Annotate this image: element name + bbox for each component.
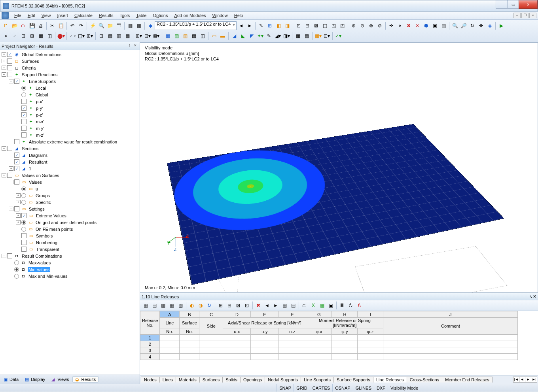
menu-options[interactable]: Options: [150, 12, 171, 19]
tabs-next-icon[interactable]: ►: [525, 377, 531, 383]
tool-n-icon[interactable]: ⊘: [375, 21, 384, 30]
tp-export-icon[interactable]: ▦: [318, 301, 326, 310]
tp-m-icon[interactable]: ◄: [263, 301, 271, 310]
grid-icon[interactable]: ▦: [134, 21, 143, 30]
tp-p-icon[interactable]: ▤: [289, 301, 297, 310]
folder-icon[interactable]: 📁: [106, 21, 114, 30]
tp-calc-icon[interactable]: 🖩: [338, 301, 347, 310]
tab-nodal-supports[interactable]: Nodal Supports: [265, 377, 301, 383]
select-icon[interactable]: ✖: [404, 21, 413, 30]
status-osnap[interactable]: OSNAP: [332, 384, 353, 392]
tree-u[interactable]: u: [35, 187, 39, 191]
tb2-o-icon[interactable]: ⊞▾: [134, 32, 143, 40]
minimize-button[interactable]: —: [496, 0, 508, 9]
tb2-ee-icon[interactable]: ◨▾: [282, 32, 291, 40]
pan-icon[interactable]: ✥: [477, 21, 485, 30]
tb2-ff-icon[interactable]: ▦: [294, 32, 302, 40]
tb2-f-icon[interactable]: ◫: [45, 32, 54, 40]
tab-openings[interactable]: Openings: [240, 377, 265, 383]
col-E[interactable]: E: [251, 311, 278, 318]
tp-excel-icon[interactable]: X: [309, 301, 318, 310]
window-icon[interactable]: 🗔: [114, 21, 123, 30]
tree-global-deformations[interactable]: Global Deformations: [21, 52, 62, 57]
tb2-y-icon[interactable]: ◢: [230, 32, 239, 40]
pin-icon[interactable]: ⤹: [127, 43, 133, 49]
tb2-j-icon[interactable]: ⊞▾: [85, 32, 94, 40]
tp-q-icon[interactable]: 🗀: [300, 301, 309, 310]
tree-min-values[interactable]: Min-values: [28, 267, 50, 272]
tree-diagrams[interactable]: Diagrams: [28, 153, 48, 158]
tree-support-reactions[interactable]: Support Reactions: [21, 72, 59, 77]
tb2-jj-icon[interactable]: ✓▾: [334, 32, 343, 40]
tool-d-icon[interactable]: ◨: [283, 21, 292, 30]
col-F[interactable]: F: [278, 311, 306, 318]
tool-h-icon[interactable]: ◫: [320, 21, 329, 30]
tb2-c-icon[interactable]: ⊡: [19, 32, 28, 40]
tab-line-supports[interactable]: Line Supports: [301, 377, 334, 383]
tb2-gg-icon[interactable]: ▤: [302, 32, 311, 40]
tab-line-releases[interactable]: Line Releases: [373, 377, 407, 383]
tree-local[interactable]: Local: [35, 86, 47, 90]
3d-viewport[interactable]: Visibility mode Global Deformations u [m…: [140, 42, 538, 293]
redo-icon[interactable]: ↷: [77, 21, 85, 30]
col-H[interactable]: H: [332, 311, 358, 318]
tb2-t-icon[interactable]: ▧: [181, 32, 189, 40]
undo-icon[interactable]: ↶: [68, 21, 77, 30]
tp-g-icon[interactable]: ↻: [205, 301, 214, 310]
tb2-g-icon[interactable]: ⬤▾: [57, 32, 65, 40]
tp-i-icon[interactable]: ⊟: [225, 301, 234, 310]
tb2-dd-icon[interactable]: ◢▾: [273, 32, 282, 40]
tp-l-icon[interactable]: ✖: [254, 301, 263, 310]
table-pin-icon[interactable]: ⤹: [529, 294, 533, 299]
tree-on-grid[interactable]: On grid and user-defined points: [35, 220, 97, 225]
tree-specific[interactable]: Specific: [35, 200, 52, 205]
tree-max-min[interactable]: Max and Min-values: [28, 274, 68, 279]
col-B[interactable]: B: [180, 311, 199, 318]
tree-extreme-values[interactable]: Extreme Values: [35, 213, 67, 218]
tb2-s-icon[interactable]: ▨: [172, 32, 181, 40]
tool-f-icon[interactable]: ⊟: [303, 21, 312, 30]
tp-fx2-icon[interactable]: fₓ: [355, 301, 364, 310]
tree-my[interactable]: m-y': [35, 126, 45, 131]
new-icon[interactable]: 🗋: [2, 21, 10, 30]
menu-help[interactable]: Help: [231, 12, 246, 19]
col-release[interactable]: ReleaseNo.: [140, 311, 160, 335]
tab-nodes[interactable]: Nodes: [141, 377, 160, 383]
zoom-in-icon[interactable]: 🔎: [459, 21, 468, 30]
tool-i-icon[interactable]: ◳: [329, 21, 338, 30]
tool-k-icon[interactable]: ⊕: [349, 21, 358, 30]
tab-materials[interactable]: Materials: [176, 377, 200, 383]
tool-m-icon[interactable]: ⊗: [367, 21, 375, 30]
tab-member-end-releases[interactable]: Member End Releases: [442, 377, 493, 383]
tree-mx[interactable]: m-x': [35, 119, 45, 124]
tabs-first-icon[interactable]: |◄: [513, 377, 519, 383]
menu-table[interactable]: Table: [133, 12, 150, 19]
nav-tab-data[interactable]: ▣Data: [1, 376, 21, 383]
nav-tab-views[interactable]: ◢Views: [49, 376, 72, 383]
tree-result-comb[interactable]: Result Combinations: [21, 254, 63, 258]
tb2-aa-icon[interactable]: ◤: [247, 32, 256, 40]
tb2-v-icon[interactable]: ◫: [198, 32, 207, 40]
tree-px[interactable]: p-x': [35, 99, 44, 104]
tree-criteria[interactable]: Criteria: [21, 66, 36, 70]
tab-solids[interactable]: Solids: [222, 377, 241, 383]
tb2-k-icon[interactable]: ⊡: [97, 32, 106, 40]
next-lc-icon[interactable]: ►: [245, 21, 254, 30]
menu-addon[interactable]: Add-on Modules: [171, 12, 209, 19]
tb2-x-icon[interactable]: ▬: [218, 32, 227, 40]
prev-lc-icon[interactable]: ◄: [237, 21, 245, 30]
tb2-a-icon[interactable]: ⋄: [2, 32, 10, 40]
tb2-ii-icon[interactable]: ⊡▾: [322, 32, 331, 40]
mdi-close-button[interactable]: ×: [529, 13, 536, 18]
tool-b-icon[interactable]: ⊞: [265, 21, 274, 30]
status-snap[interactable]: SNAP: [277, 384, 294, 392]
tb2-l-icon[interactable]: ▤: [106, 32, 114, 40]
tp-fx-icon[interactable]: fₓ: [347, 301, 355, 310]
tree-surfaces[interactable]: Surfaces: [21, 59, 40, 64]
tool-l-icon[interactable]: ⊖: [358, 21, 367, 30]
tb2-z-icon[interactable]: ◣: [239, 32, 247, 40]
tree-numbering[interactable]: Numbering: [35, 240, 58, 245]
tp-f-icon[interactable]: ◑: [196, 301, 205, 310]
nav-tab-results[interactable]: ◒Results: [72, 376, 99, 383]
menu-file[interactable]: File: [11, 12, 25, 19]
